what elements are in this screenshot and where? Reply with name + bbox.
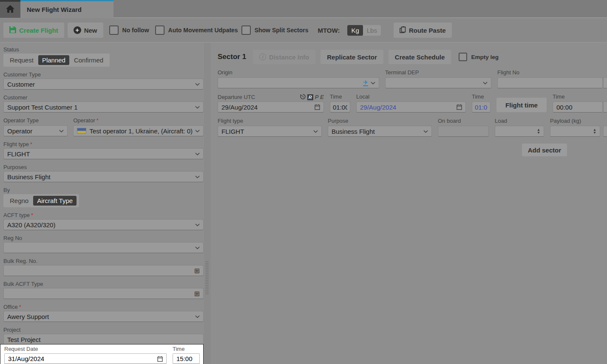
tab-new-flight-wizard[interactable]: New Flight Wizard — [20, 0, 113, 18]
departure-time-group: Time 01:00 — [330, 93, 350, 113]
add-boxed-icon[interactable]: ⊞ — [194, 290, 200, 298]
flight-time-button-label: Flight time — [505, 102, 538, 109]
calendar-icon[interactable] — [157, 356, 163, 362]
replicate-sector-button[interactable]: Replicate Sector — [321, 50, 383, 64]
status-label: Status — [3, 46, 204, 54]
chevron-down-icon — [483, 82, 488, 85]
home-button[interactable] — [0, 0, 20, 18]
sector-row-details: Flight type FLIGHT Purpose Business Flig… — [218, 118, 607, 137]
new-button[interactable]: + New — [68, 23, 103, 38]
purposes-select[interactable]: Business Flight — [3, 171, 204, 182]
add-sector-button[interactable]: Add sector — [522, 144, 567, 156]
estimated-time-flag[interactable]: E — [320, 94, 324, 100]
planned-time-flag[interactable]: P — [315, 94, 319, 100]
lbs-toggle[interactable]: Lbs — [363, 25, 381, 36]
panel-splitter[interactable] — [204, 43, 211, 364]
bulk-acft-type-label: Bulk ACFT Type — [3, 281, 204, 288]
operator-type-select[interactable]: Operator — [3, 125, 68, 136]
calendar-icon[interactable] — [457, 104, 462, 110]
chevron-down-icon — [195, 152, 200, 155]
calendar-icon[interactable] — [315, 104, 320, 110]
operator-type-label: Operator Type — [3, 117, 68, 124]
cut-off-field[interactable] — [603, 77, 607, 88]
operator-select[interactable]: Test operator 1, Ukraine, (Aircraft: 0) — [73, 125, 204, 136]
purposes-group: Purposes Business Flight — [3, 164, 204, 182]
customer-type-select[interactable]: Customer — [3, 79, 204, 90]
chevron-down-icon — [313, 130, 318, 133]
reg-no-group: Reg No — [3, 235, 204, 253]
show-split-sectors-checkbox[interactable] — [241, 25, 251, 35]
status-segmented-control: Request Planned Confirmed — [3, 54, 110, 67]
mtow-unit-toggle: Kg Lbs — [347, 25, 381, 36]
cut-off-field[interactable] — [603, 102, 607, 113]
status-option-planned[interactable]: Planned — [38, 55, 69, 65]
load-input[interactable]: ▲▼ — [495, 126, 544, 137]
reg-no-select[interactable] — [3, 242, 204, 253]
payload-input[interactable]: ▲▼ — [550, 126, 600, 137]
sector-flight-type-select[interactable]: FLIGHT — [218, 126, 322, 137]
create-schedule-label: Create Schedule — [395, 54, 445, 61]
requested-time-flag[interactable]: R — [307, 94, 313, 100]
request-time-input[interactable]: 15:00 — [173, 353, 200, 364]
terminal-dep-select[interactable] — [385, 77, 491, 88]
terminal-dep-label: Terminal DEP — [385, 69, 491, 76]
origin-select[interactable]: ✈ — [218, 77, 379, 88]
project-label: Project — [3, 327, 204, 334]
status-option-request[interactable]: Request — [6, 55, 37, 65]
customer-select[interactable]: Support Test Customer 1 — [3, 102, 204, 113]
operator-group: Operator* Test operator 1, Ukraine, (Air… — [73, 117, 204, 136]
create-schedule-button[interactable]: Create Schedule — [389, 50, 451, 64]
empty-leg-label: Empty leg — [471, 54, 499, 60]
customer-type-group: Customer Type Customer — [3, 71, 204, 90]
local-date-input[interactable]: 29/Aug/2024 — [356, 102, 466, 113]
by-option-regno[interactable]: Regno — [6, 196, 32, 206]
create-flight-button[interactable]: Create Flight — [3, 23, 64, 38]
required-asterisk: * — [30, 141, 32, 147]
auto-movement-updates-checkbox[interactable] — [155, 25, 165, 35]
flight-time-input[interactable]: 00:00 — [553, 102, 603, 113]
distance-info-label: Distance Info — [269, 54, 309, 61]
load-group: Load ▲▼ — [495, 118, 544, 137]
local-time-value: 01:00 — [475, 104, 488, 111]
chevron-down-icon — [195, 106, 200, 109]
kg-toggle[interactable]: Kg — [347, 25, 363, 36]
customer-value: Support Test Customer 1 — [7, 104, 193, 111]
flight-no-input[interactable] — [497, 77, 603, 88]
payload-group: Payload (kg) ▲▼ — [550, 118, 600, 137]
chevron-down-icon — [59, 130, 64, 133]
stepper-icons[interactable]: ▲▼ — [537, 128, 540, 134]
departure-time-input[interactable]: 01:00 — [330, 102, 350, 113]
history-icon[interactable] — [300, 94, 306, 101]
stepper-down-icon: ▼ — [537, 131, 540, 134]
flight-type-select[interactable]: FLIGHT — [3, 148, 204, 159]
bulk-acft-type-input[interactable]: ⊞ — [3, 288, 204, 299]
mtow-label: MTOW: — [318, 27, 340, 34]
bulk-reg-no-label: Bulk Reg. No. — [3, 258, 204, 265]
add-boxed-icon[interactable]: ⊞ — [194, 267, 200, 275]
route-paste-button[interactable]: Route Paste — [394, 23, 452, 38]
reg-no-label: Reg No — [3, 235, 204, 242]
departure-utc-date-input[interactable]: 29/Aug/2024 — [218, 102, 324, 113]
status-option-confirmed[interactable]: Confirmed — [70, 55, 107, 65]
project-input[interactable]: Test Project — [3, 334, 204, 345]
drag-handle-icon — [206, 261, 208, 294]
flight-details-panel: Status Request Planned Confirmed Custome… — [0, 43, 204, 364]
office-select[interactable]: Awery Support — [3, 311, 204, 322]
by-segmented-control: Regno Aircraft Type — [3, 194, 79, 207]
no-follow-checkbox[interactable] — [109, 25, 119, 35]
empty-leg-checkbox[interactable] — [459, 53, 467, 61]
bulk-reg-no-input[interactable]: ⊞ — [3, 265, 204, 276]
acft-type-select[interactable]: A320 (A320/320) — [3, 219, 204, 230]
required-asterisk: * — [96, 117, 99, 124]
plus-icon: + — [74, 26, 81, 34]
purpose-select[interactable]: Business Flight — [328, 126, 432, 137]
chevron-down-icon — [195, 83, 200, 86]
stepper-icons[interactable]: ▲▼ — [593, 128, 596, 134]
local-time-input[interactable]: 01:00 — [472, 102, 491, 113]
chevron-down-icon — [195, 130, 200, 133]
by-option-aircraft-type[interactable]: Aircraft Type — [33, 196, 77, 206]
cut-off-field[interactable] — [603, 126, 607, 137]
flight-time-button[interactable]: Flight time — [496, 98, 547, 112]
request-date-input[interactable]: 31/Aug/2024 — [4, 353, 167, 364]
request-time-group: Time 15:00 — [173, 346, 200, 364]
